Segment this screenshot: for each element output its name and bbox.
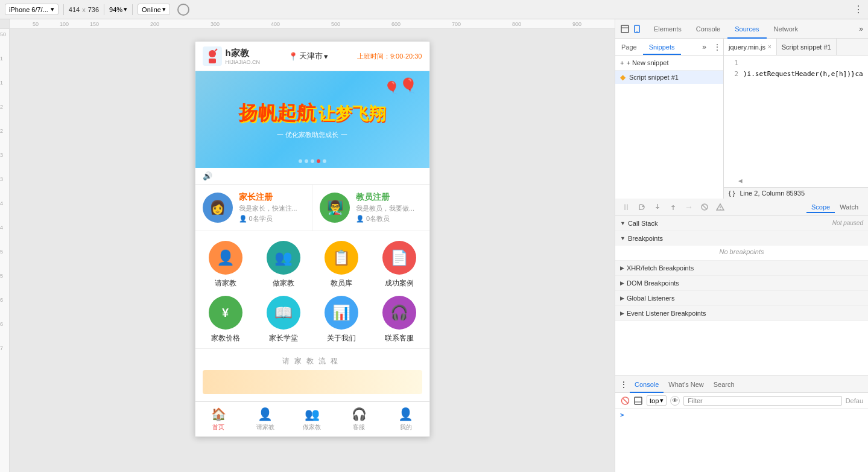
code-line-1: [743, 58, 866, 69]
tab-whats-new[interactable]: What's New: [664, 376, 708, 393]
chevron-down-icon: ▾: [51, 5, 54, 13]
sources-sidebar-tabs: Page Snippets » ⋮: [615, 39, 723, 56]
ruler-mark: 900: [522, 21, 583, 27]
step-over-button[interactable]: [636, 201, 648, 213]
ruler-mark: 50: [10, 21, 40, 27]
sidebar-tab-page[interactable]: Page: [615, 39, 643, 55]
breakpoints-header[interactable]: ▼ Breakpoints: [615, 231, 868, 246]
format-button[interactable]: { }: [729, 190, 735, 197]
tab-network[interactable]: Network: [767, 19, 805, 39]
svg-rect-15: [635, 397, 642, 404]
new-snippet-button[interactable]: + + New snippet: [620, 59, 718, 66]
location-display[interactable]: 📍 天津市 ▾: [288, 51, 328, 62]
editor-content-area[interactable]: 1 2 )i.setRequestHeader(h,e[h])}ca ◀: [724, 56, 868, 187]
eye-icon[interactable]: 👁: [670, 396, 680, 406]
device-toolbar-icon[interactable]: [632, 24, 642, 34]
sidebar-tab-snippets[interactable]: Snippets: [643, 39, 681, 55]
icon-item-customer-service[interactable]: 🎧 联系客服: [374, 296, 425, 343]
editor-status-bar: { } Line 2, Column 85935: [724, 187, 868, 199]
icon-item-parent-hall[interactable]: 📖 家长学堂: [258, 296, 309, 343]
be-tutor-icon: 👥: [267, 241, 300, 275]
step-out-button[interactable]: [667, 201, 679, 213]
viewport-height: 736: [88, 6, 99, 13]
step-button[interactable]: →: [683, 201, 695, 213]
line-num-2: 2: [724, 69, 738, 80]
process-title: 请家教流程: [203, 356, 422, 366]
phone-header: h家教 HIJIAJIAO.CN 📍 天津市 ▾ 上班时间：9:00-20:30: [195, 42, 429, 71]
debugger-toolbar: ⏸ → Scope Watch: [615, 199, 868, 216]
console-content-area[interactable]: >: [615, 409, 868, 472]
call-stack-header[interactable]: ▼ Call Stack Not paused: [615, 216, 868, 231]
icon-item-hire-tutor[interactable]: 👤 请家教: [200, 241, 251, 289]
global-listeners-header[interactable]: ▶ Global Listeners: [615, 291, 868, 305]
scope-tab[interactable]: Scope: [806, 201, 835, 213]
devtools-panel-icons: [620, 24, 642, 34]
device-name: iPhone 6/7/...: [9, 6, 48, 13]
process-flow-bar: [203, 370, 422, 394]
device-selector[interactable]: iPhone 6/7/... ▾: [5, 4, 59, 15]
cursor-position: Line 2, Column 85935: [740, 190, 805, 197]
editor-tab-jquery[interactable]: jquery.min.js ×: [724, 39, 777, 56]
pause-on-exception-button[interactable]: [714, 201, 726, 213]
icon-item-teacher-pool[interactable]: 📋 教员库: [316, 241, 367, 289]
sidebar-tabs-more[interactable]: »: [697, 39, 711, 55]
deactivate-breakpoints[interactable]: [699, 201, 711, 213]
tab-elements[interactable]: Elements: [647, 19, 689, 39]
icon-item-price[interactable]: ¥ 家教价格: [200, 296, 251, 343]
teacher-reg-card[interactable]: 👨‍🏫 教员注册 我是教员，我要做... 👤 0名教员: [312, 185, 429, 231]
tab-search[interactable]: Search: [709, 376, 740, 393]
toggle-drawer-button[interactable]: [633, 396, 643, 406]
nav-item-service[interactable]: 🎧 客服: [335, 402, 382, 436]
console-filter-input[interactable]: [683, 396, 841, 406]
nav-item-home[interactable]: 🏠 首页: [195, 402, 242, 436]
console-panel: ⋮ Console What's New Search 🚫 top ▾ 👁 De…: [615, 375, 868, 472]
ruler-v-mark: 7: [0, 345, 9, 351]
sidebar-options-icon[interactable]: ⋮: [711, 39, 723, 55]
home-label: 首页: [212, 423, 224, 432]
teacher-count-icon: 👤: [356, 215, 364, 223]
tab-sources[interactable]: Sources: [727, 19, 766, 39]
inspect-element-icon[interactable]: [620, 24, 630, 34]
network-throttle[interactable]: Online ▾: [138, 4, 170, 15]
bottom-nav: 🏠 首页 👤 请家教 👥 做家教 🎧 客: [195, 401, 429, 436]
devtools-more-tabs[interactable]: »: [859, 25, 863, 33]
tab-console[interactable]: Console: [689, 19, 727, 39]
profile-label: 我的: [400, 423, 412, 432]
watch-tab[interactable]: Watch: [835, 201, 863, 213]
icon-item-success-cases[interactable]: 📄 成功案例: [374, 241, 425, 289]
console-options-icon[interactable]: ⋮: [620, 380, 627, 389]
parent-reg-card[interactable]: 👩 家长注册 我是家长，快速注... 👤 0名学员: [195, 185, 313, 231]
editor-tab-snippet[interactable]: Script snippet #1: [777, 39, 837, 56]
event-listeners-header[interactable]: ▶ Event Listener Breakpoints: [615, 306, 868, 321]
work-time-value: 9:00-20:30: [390, 53, 422, 60]
step-into-button[interactable]: [651, 201, 664, 213]
snippet-item-1[interactable]: ◆ Script snippet #1: [615, 71, 723, 84]
icon-item-be-tutor[interactable]: 👥 做家教: [258, 241, 309, 289]
breakpoints-title: Breakpoints: [628, 235, 663, 242]
icon-item-about[interactable]: 📊 关于我们: [316, 296, 367, 343]
pause-resume-button[interactable]: ⏸: [620, 201, 632, 213]
ruler-mark: 200: [100, 21, 160, 27]
code-content: )i.setRequestHeader(h,e[h])}ca: [743, 58, 866, 80]
nav-item-profile[interactable]: 👤 我的: [382, 402, 429, 436]
nav-item-hire[interactable]: 👤 请家教: [242, 402, 289, 436]
dom-breakpoints-header[interactable]: ▶ DOM Breakpoints: [615, 276, 868, 290]
plus-icon: +: [620, 59, 624, 66]
jquery-tab-close[interactable]: ×: [768, 43, 771, 50]
clear-console-button[interactable]: 🚫: [620, 396, 630, 406]
xhr-breakpoints-header[interactable]: ▶ XHR/fetch Breakpoints: [615, 261, 868, 275]
toolbar-more-button[interactable]: ⋮: [854, 4, 863, 15]
tab-console-bottom[interactable]: Console: [630, 376, 664, 393]
toolbar-separator-1: [63, 4, 64, 15]
nav-item-teach[interactable]: 👥 做家教: [289, 402, 336, 436]
customer-service-label: 联系客服: [385, 333, 414, 343]
process-section: 请家教流程: [195, 348, 429, 401]
global-listeners-title: Global Listeners: [627, 295, 675, 302]
zoom-selector[interactable]: 94% ▾: [109, 5, 127, 13]
capture-screenshot-icon[interactable]: [177, 4, 189, 16]
ruler-v-mark: 2: [0, 128, 9, 134]
viewport-width: 414: [69, 6, 80, 13]
teacher-pool-label: 教员库: [331, 278, 352, 289]
student-count-icon: 👤: [239, 215, 247, 223]
context-selector[interactable]: top ▾: [647, 395, 667, 406]
